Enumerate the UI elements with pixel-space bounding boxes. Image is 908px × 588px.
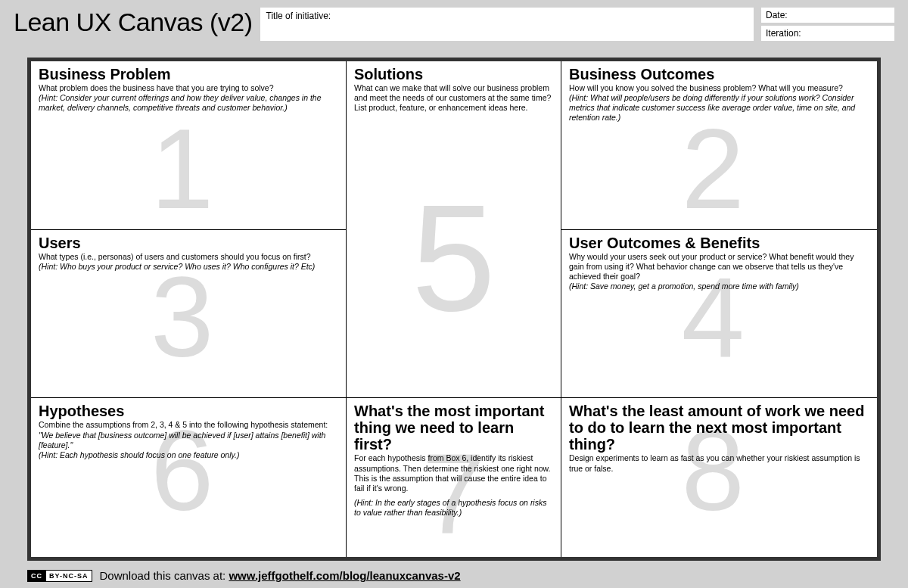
iteration-field[interactable]: Iteration: (761, 26, 894, 41)
box-title: Solutions (354, 66, 553, 82)
footer: CC BY-NC-SA Download this canvas at: www… (27, 569, 461, 582)
box-title: Hypotheses (39, 403, 338, 419)
box-desc: How will you know you solved the busines… (569, 83, 869, 93)
box-hint: (Hint: In the early stages of a hypothes… (354, 498, 553, 518)
box-number: 5 (412, 182, 496, 334)
box-number: 2 (681, 112, 744, 226)
footer-text: Download this canvas at: www.jeffgothelf… (100, 569, 461, 582)
box-title: Business Problem (39, 66, 338, 82)
cc-right: BY-NC-SA (46, 571, 92, 581)
box-title: What's the most important thing we need … (354, 403, 553, 453)
box-desc: What problem does the business have that… (39, 83, 338, 93)
box-learn-first[interactable]: 7 What's the most important thing we nee… (347, 398, 561, 557)
box-hint: (Hint: What will people/users be doing d… (569, 93, 869, 123)
box-quote: "We believe that [business outcome] will… (39, 431, 338, 450)
box-hint: (Hint: Each hypothesis should focus on o… (39, 450, 338, 460)
cc-badge-icon: CC BY-NC-SA (27, 570, 92, 582)
box-desc: For each hypothesis from Box 6, identify… (354, 453, 553, 493)
box-desc: What can we make that will solve our bus… (354, 83, 553, 113)
footer-link[interactable]: www.jeffgothelf.com/blog/leanuxcanvas-v2 (229, 569, 460, 582)
box-desc: Why would your users seek out your produ… (569, 252, 869, 282)
box-least-work[interactable]: 8 What's the least amount of work we nee… (561, 398, 877, 557)
box-title: Users (39, 235, 338, 251)
page: Lean UX Canvas (v2) Title of initiative:… (0, 0, 908, 588)
box-business-outcomes[interactable]: 2 Business Outcomes How will you know yo… (561, 61, 877, 230)
box-solutions[interactable]: 5 Solutions What can we make that will s… (347, 61, 561, 398)
header: Lean UX Canvas (v2) Title of initiative:… (14, 5, 894, 45)
box-title: User Outcomes & Benefits (569, 235, 869, 251)
date-label: Date: (766, 10, 788, 20)
box-user-outcomes[interactable]: 4 User Outcomes & Benefits Why would you… (561, 230, 877, 399)
box-hypotheses[interactable]: 6 Hypotheses Combine the assumptions fro… (31, 398, 347, 557)
initiative-title-field[interactable]: Title of initiative: (260, 8, 754, 41)
cc-left: CC (28, 571, 46, 581)
initiative-title-label: Title of initiative: (266, 11, 331, 21)
box-users[interactable]: 3 Users What types (i.e., personas) of u… (31, 230, 347, 399)
date-field[interactable]: Date: (761, 8, 894, 23)
box-business-problem[interactable]: 1 Business Problem What problem does the… (31, 61, 347, 230)
meta-column: Date: Iteration: (761, 8, 894, 41)
box-desc: Combine the assumptions from 2, 3, 4 & 5… (39, 420, 338, 430)
box-number: 1 (151, 112, 213, 226)
canvas-frame: 1 Business Problem What problem does the… (27, 58, 881, 561)
box-desc: Design experiments to learn as fast as y… (569, 453, 869, 473)
iteration-label: Iteration: (766, 28, 801, 39)
box-number: 3 (151, 260, 213, 374)
box-title: What's the least amount of work we need … (569, 403, 869, 453)
box-hint: (Hint: Who buys your product or service?… (39, 262, 338, 272)
box-hint: (Hint: Consider your current offerings a… (39, 93, 338, 113)
box-hint: (Hint: Save money, get a promotion, spen… (569, 282, 869, 291)
box-title: Business Outcomes (569, 66, 869, 82)
page-title: Lean UX Canvas (v2) (14, 5, 253, 37)
box-desc: What types (i.e., personas) of users and… (39, 252, 338, 262)
footer-pre: Download this canvas at: (100, 569, 229, 582)
